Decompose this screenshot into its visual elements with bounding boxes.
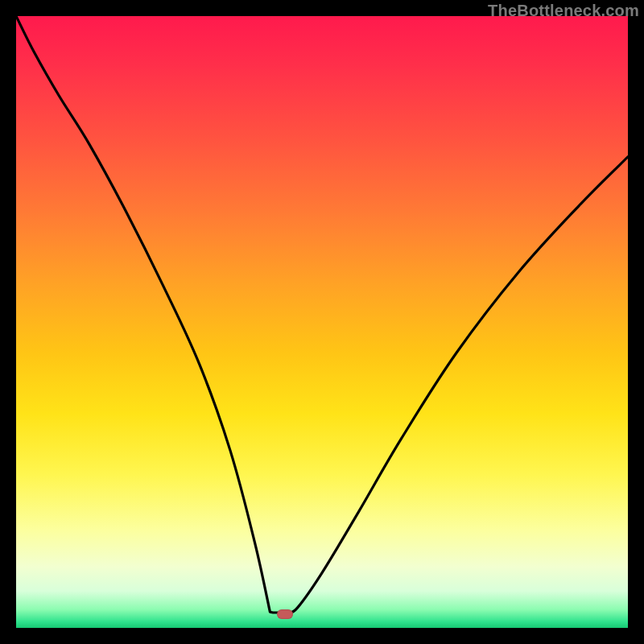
optimal-marker [277,609,293,619]
plot-area [16,16,628,628]
chart-frame: TheBottleneck.com [0,0,644,644]
bottleneck-curve [16,16,628,613]
curve-svg [16,16,628,628]
